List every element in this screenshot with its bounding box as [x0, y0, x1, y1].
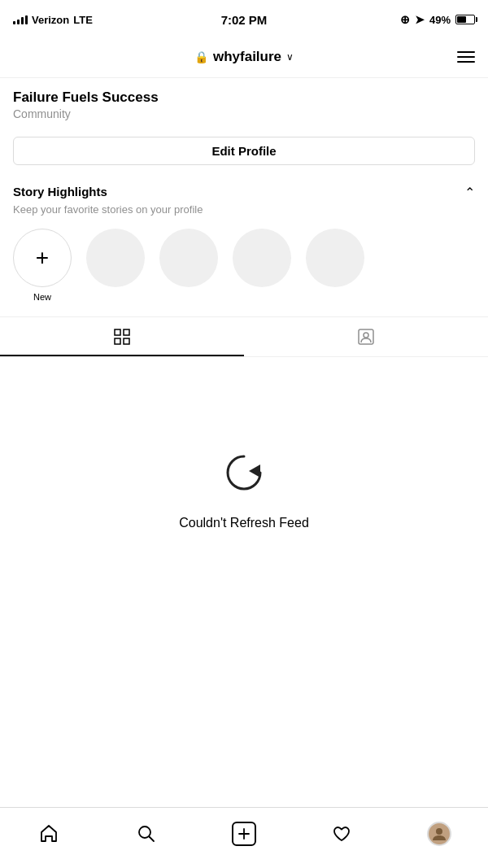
highlight-placeholder-4[interactable]	[306, 229, 364, 287]
svg-rect-2	[115, 338, 120, 344]
username-label: whyfailure	[213, 49, 281, 65]
highlight-circle-4	[306, 229, 364, 287]
svg-point-11	[436, 828, 442, 835]
tab-tagged[interactable]	[244, 317, 488, 356]
svg-point-5	[364, 333, 368, 338]
chevron-up-icon[interactable]: ⌃	[464, 185, 475, 200]
profile-name: Failure Fuels Success	[13, 89, 475, 106]
highlight-placeholder-2[interactable]	[159, 229, 218, 287]
menu-line-1	[457, 51, 475, 53]
highlight-placeholder-3[interactable]	[233, 229, 291, 287]
battery-label: 49%	[429, 14, 451, 26]
refresh-icon-wrap	[216, 444, 272, 501]
nav-search[interactable]	[129, 816, 164, 852]
signal-icon	[13, 15, 28, 24]
network-type: LTE	[73, 14, 93, 26]
status-left: Verizon LTE	[13, 14, 93, 26]
story-highlights-title: Story Highlights	[13, 185, 107, 198]
svg-rect-1	[124, 329, 129, 335]
chevron-down-icon: ∨	[286, 51, 294, 63]
content-area: Couldn't Refresh Feed	[0, 357, 488, 617]
highlight-circle-1	[86, 229, 145, 287]
highlight-circle-2	[159, 229, 218, 287]
battery-icon	[455, 15, 475, 24]
highlight-placeholder-1[interactable]	[86, 229, 145, 287]
menu-line-3	[457, 61, 475, 63]
nav-likes[interactable]	[324, 816, 359, 852]
edit-profile-button[interactable]: Edit Profile	[13, 137, 475, 165]
tab-grid[interactable]	[0, 317, 244, 356]
svg-rect-3	[124, 338, 129, 344]
status-right: ⊕ ➤ 49%	[400, 13, 475, 26]
new-highlight-button[interactable]: + New	[13, 229, 72, 302]
story-highlights-header: Story Highlights ⌃	[0, 173, 488, 203]
menu-button[interactable]	[457, 51, 475, 63]
svg-marker-6	[249, 465, 260, 478]
grid-icon	[112, 327, 132, 347]
highlights-row: + New	[0, 224, 488, 316]
highlight-circle-3	[233, 229, 291, 287]
svg-line-8	[150, 837, 155, 842]
carrier-label: Verizon	[32, 14, 69, 26]
status-bar: Verizon LTE 7:02 PM ⊕ ➤ 49%	[0, 0, 488, 36]
nav-add[interactable]	[226, 816, 262, 852]
header: 🔒 whyfailure ∨	[0, 36, 488, 78]
search-icon	[136, 823, 157, 844]
plus-icon: +	[36, 246, 49, 269]
heart-icon	[331, 823, 352, 844]
svg-rect-0	[115, 329, 120, 335]
add-icon	[232, 822, 256, 846]
bottom-nav	[0, 807, 488, 868]
new-highlight-circle: +	[13, 229, 72, 287]
lock-icon: 🔒	[194, 50, 208, 63]
new-highlight-label: New	[33, 292, 51, 302]
tagged-icon	[356, 327, 376, 347]
profile-type: Community	[13, 107, 475, 120]
nav-home[interactable]	[31, 816, 67, 852]
tabs-row	[0, 316, 488, 357]
home-icon	[38, 823, 59, 844]
refresh-icon	[220, 448, 268, 497]
profile-avatar	[427, 822, 451, 846]
story-highlights-subtitle: Keep your favorite stories on your profi…	[0, 203, 488, 224]
navigation-icon: ➤	[415, 13, 425, 26]
menu-line-2	[457, 56, 475, 58]
profile-section: Failure Fuels Success Community	[0, 78, 488, 129]
header-title[interactable]: 🔒 whyfailure ∨	[194, 49, 294, 65]
status-time: 7:02 PM	[221, 13, 268, 27]
location-icon: ⊕	[400, 13, 410, 26]
nav-profile[interactable]	[421, 816, 457, 852]
feed-error-message: Couldn't Refresh Feed	[179, 516, 309, 530]
